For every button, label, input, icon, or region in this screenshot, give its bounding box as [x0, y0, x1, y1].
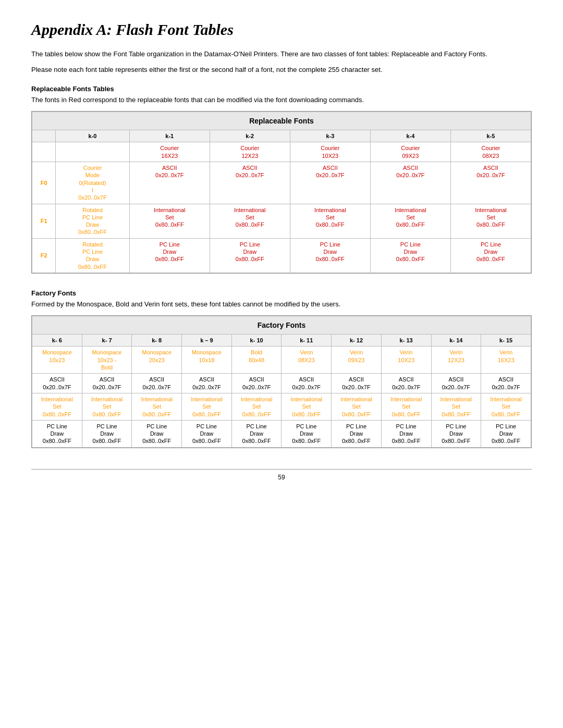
factory-cell-2-8: PC Line Draw 0x80..0xFF	[431, 420, 481, 447]
factory-cell-2-6: PC Line Draw 0x80..0xFF	[332, 420, 382, 447]
factory-cell-2-2: PC Line Draw 0x80..0xFF	[132, 420, 182, 447]
row-label-F1: F1	[32, 204, 56, 238]
col-empty	[32, 130, 56, 142]
intro-paragraph-2: Please note each font table represents e…	[31, 65, 532, 75]
factory-col-4: k- 10	[231, 335, 282, 347]
factory-top-cell-4: Bold 80x48	[231, 347, 282, 374]
factory-cell-0-6: ASCII 0x20..0x7F	[332, 374, 382, 393]
factory-cell-2-5: PC Line Draw 0x80..0xFF	[282, 420, 332, 447]
factory-top-cell-7: Verin 10X23	[381, 347, 431, 374]
col-k0: k-0	[56, 130, 129, 142]
factory-cell-2-9: PC Line Draw 0x80..0xFF	[481, 420, 531, 447]
factory-section-title: Factory Fonts	[31, 289, 532, 297]
replaceable-top-cell-1	[56, 142, 129, 162]
replaceable-top-cell-0	[32, 142, 56, 162]
factory-top-cell-8: Verin 12X23	[431, 347, 481, 374]
page-title: Appendix A: Flash Font Tables	[31, 21, 532, 39]
factory-cell-2-0: PC Line Draw 0x80..0xFF	[32, 420, 82, 447]
replaceable-cell-1-0: Rotated PC Line Draw 0x80..0xFF	[56, 204, 129, 238]
replaceable-cell-0-4: ASCII 0x20..0x7F	[370, 162, 450, 204]
replaceable-cell-1-4: International Set 0x80..0xFF	[370, 204, 450, 238]
factory-top-cell-6: Verin 09X23	[332, 347, 382, 374]
replaceable-section-title: Replaceable Fonts Tables	[31, 85, 532, 93]
col-k3: k-3	[290, 130, 370, 142]
factory-cell-2-3: PC Line Draw 0x80..0xFF	[182, 420, 232, 447]
replaceable-cell-0-1: ASCII 0x20..0x7F	[129, 162, 210, 204]
row-label-F2: F2	[32, 238, 56, 273]
factory-cell-0-1: ASCII 0x20..0x7F	[82, 374, 132, 393]
factory-cell-2-4: PC Line Draw 0x80..0xFF	[231, 420, 282, 447]
factory-col-5: k- 11	[282, 335, 332, 347]
factory-cell-1-7: International Set 0x80..0xFF	[381, 393, 431, 420]
factory-cell-1-3: International Set 0x80..0xFF	[182, 393, 232, 420]
replaceable-cell-2-3: PC Line Draw 0x80..0xFF	[290, 238, 370, 273]
replaceable-cell-2-2: PC Line Draw 0x80..0xFF	[210, 238, 290, 273]
factory-top-cell-2: Monospace 20x23	[132, 347, 182, 374]
factory-col-1: k- 7	[82, 335, 132, 347]
replaceable-cell-0-2: ASCII 0x20..0x7F	[210, 162, 290, 204]
factory-cell-0-0: ASCII 0x20..0x7F	[32, 374, 82, 393]
factory-col-6: k- 12	[332, 335, 382, 347]
intro-paragraph-1: The tables below show the Font Table org…	[31, 49, 532, 59]
col-k4: k-4	[370, 130, 450, 142]
factory-cell-0-7: ASCII 0x20..0x7F	[381, 374, 431, 393]
factory-cell-1-4: International Set 0x80..0xFF	[231, 393, 282, 420]
factory-top-cell-9: Verin 16X23	[481, 347, 531, 374]
factory-cell-0-8: ASCII 0x20..0x7F	[431, 374, 481, 393]
factory-top-cell-0: Monospace 10x23	[32, 347, 82, 374]
replaceable-cell-0-0: Courier Mode 0(Rotated) I 0x20..0x7F	[56, 162, 129, 204]
factory-cell-0-4: ASCII 0x20..0x7F	[231, 374, 282, 393]
replaceable-cell-0-5: ASCII 0x20..0x7F	[450, 162, 531, 204]
factory-table-header: Factory Fonts	[32, 316, 531, 334]
replaceable-top-cell-6: Courier 08X23	[450, 142, 531, 162]
replaceable-table-header: Replaceable Fonts	[32, 112, 531, 130]
factory-cell-0-5: ASCII 0x20..0x7F	[282, 374, 332, 393]
factory-col-3: k – 9	[182, 335, 232, 347]
factory-cell-1-9: International Set 0x80..0xFF	[481, 393, 531, 420]
factory-top-cell-3: Monospace 10x18	[182, 347, 232, 374]
factory-col-8: k- 14	[431, 335, 481, 347]
replaceable-cell-1-3: International Set 0x80..0xFF	[290, 204, 370, 238]
factory-cell-1-2: International Set 0x80..0xFF	[132, 393, 182, 420]
factory-col-7: k- 13	[381, 335, 431, 347]
factory-top-cell-5: Verin 08X23	[282, 347, 332, 374]
factory-cell-1-8: International Set 0x80..0xFF	[431, 393, 481, 420]
replaceable-cell-2-0: Rotated PC Line Draw 0x80..0xFF	[56, 238, 129, 273]
factory-fonts-table-wrapper: Factory Fonts k- 6k- 7k- 8k – 9k- 10k- 1…	[31, 315, 532, 448]
replaceable-cell-1-1: International Set 0x80..0xFF	[129, 204, 210, 238]
replaceable-top-cell-4: Courier 10X23	[290, 142, 370, 162]
factory-cell-0-9: ASCII 0x20..0x7F	[481, 374, 531, 393]
factory-cell-1-1: International Set 0x80..0xFF	[82, 393, 132, 420]
page-number: 59	[278, 474, 285, 481]
factory-cell-2-1: PC Line Draw 0x80..0xFF	[82, 420, 132, 447]
factory-cell-2-7: PC Line Draw 0x80..0xFF	[381, 420, 431, 447]
row-label-F0: F0	[32, 162, 56, 204]
factory-col-2: k- 8	[132, 335, 182, 347]
factory-cell-0-3: ASCII 0x20..0x7F	[182, 374, 232, 393]
page-footer: 59	[31, 469, 532, 481]
replaceable-cell-0-3: ASCII 0x20..0x7F	[290, 162, 370, 204]
replaceable-fonts-table: Replaceable Fonts k-0 k-1 k-2 k-3 k-4 k-…	[32, 112, 531, 273]
factory-top-cell-1: Monospace 10x23 - Bold	[82, 347, 132, 374]
replaceable-cell-1-5: International Set 0x80..0xFF	[450, 204, 531, 238]
replaceable-cell-2-5: PC Line Draw 0x80..0xFF	[450, 238, 531, 273]
col-k5: k-5	[450, 130, 531, 142]
replaceable-top-cell-2: Courier 16X23	[129, 142, 210, 162]
replaceable-top-cell-3: Courier 12X23	[210, 142, 290, 162]
col-k2: k-2	[210, 130, 290, 142]
factory-sub-text: Formed by the Monospace, Bold and Verin …	[31, 300, 532, 308]
factory-cell-1-5: International Set 0x80..0xFF	[282, 393, 332, 420]
replaceable-sub-text: The fonts in Red correspond to the repla…	[31, 96, 532, 104]
factory-cell-1-6: International Set 0x80..0xFF	[332, 393, 382, 420]
replaceable-cell-1-2: International Set 0x80..0xFF	[210, 204, 290, 238]
replaceable-top-cell-5: Courier 09X23	[370, 142, 450, 162]
replaceable-cell-2-4: PC Line Draw 0x80..0xFF	[370, 238, 450, 273]
replaceable-cell-2-1: PC Line Draw 0x80..0xFF	[129, 238, 210, 273]
factory-cell-0-2: ASCII 0x20..0x7F	[132, 374, 182, 393]
col-k1: k-1	[129, 130, 210, 142]
factory-col-9: k- 15	[481, 335, 531, 347]
factory-cell-1-0: International Set 0x80..0xFF	[32, 393, 82, 420]
factory-col-0: k- 6	[32, 335, 82, 347]
factory-fonts-table: Factory Fonts k- 6k- 7k- 8k – 9k- 10k- 1…	[32, 316, 531, 448]
replaceable-fonts-table-wrapper: Replaceable Fonts k-0 k-1 k-2 k-3 k-4 k-…	[31, 111, 532, 274]
